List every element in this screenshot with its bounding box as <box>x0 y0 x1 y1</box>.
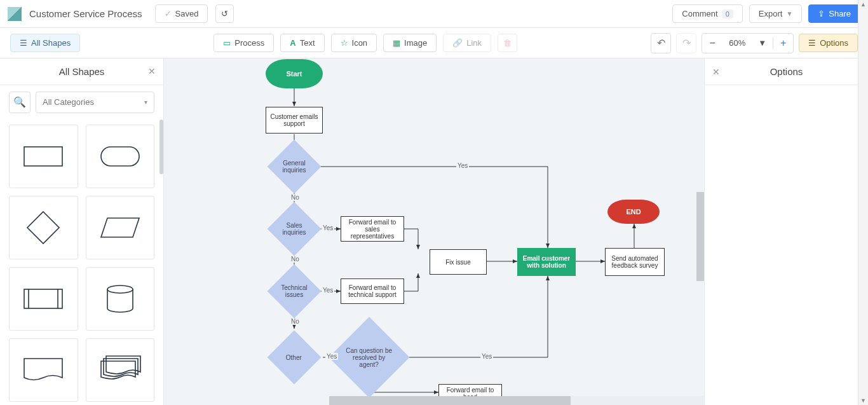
options-label: Options <box>820 38 848 48</box>
undo-button[interactable]: ↶ <box>651 33 671 53</box>
shape-multidoc[interactable] <box>86 338 155 402</box>
undo-icon: ↶ <box>657 37 665 49</box>
all-shapes-label: All Shapes <box>31 38 71 48</box>
share-icon: ⇪ <box>818 9 825 18</box>
link-label: Link <box>466 38 482 48</box>
close-options-panel[interactable]: ✕ <box>712 67 720 77</box>
edge-label: Yes <box>325 353 338 360</box>
node-technical-issues[interactable]: Technical issues <box>268 264 322 319</box>
chevron-down-icon: ▼ <box>752 38 773 48</box>
shape-predefined[interactable] <box>9 267 78 331</box>
process-label: Process <box>234 38 264 48</box>
shape-database[interactable] <box>86 267 155 331</box>
export-label: Export <box>759 9 783 18</box>
panel-scrollbar[interactable] <box>159 120 163 174</box>
svg-rect-0 <box>24 147 62 166</box>
insert-process-button[interactable]: ▭Process <box>214 34 274 52</box>
insert-text-button[interactable]: AText <box>280 34 324 52</box>
link-icon: 🔗 <box>452 38 463 48</box>
document-title: Customer Service Process <box>29 8 142 19</box>
redo-button[interactable]: ↷ <box>676 33 696 53</box>
share-button[interactable]: ⇪Share <box>808 4 860 23</box>
saved-label: Saved <box>175 9 199 18</box>
history-icon: ↺ <box>221 9 228 18</box>
close-shapes-panel[interactable]: ✕ <box>148 66 156 76</box>
shape-rounded[interactable] <box>86 125 155 188</box>
shape-parallelogram[interactable] <box>86 196 155 259</box>
star-icon: ☆ <box>341 38 348 48</box>
node-end[interactable]: END <box>607 200 660 224</box>
history-button[interactable]: ↺ <box>215 4 234 23</box>
options-button[interactable]: ☰Options <box>799 34 858 52</box>
chevron-down-icon: ▼ <box>786 10 792 17</box>
header-bar: Customer Service Process ✓Saved ↺ Commen… <box>0 0 868 28</box>
edge-label: Yes <box>480 353 493 360</box>
app-logo <box>8 7 22 21</box>
zoom-level[interactable]: 60% <box>722 38 752 48</box>
close-icon: ✕ <box>148 66 156 76</box>
shape-rectangle[interactable] <box>9 125 78 188</box>
insert-icon-button[interactable]: ☆Icon <box>331 34 377 52</box>
icon-label: Icon <box>352 38 368 48</box>
main-area: All Shapes ✕ 🔍 All Categories▾ <box>0 58 868 405</box>
svg-marker-3 <box>101 218 139 237</box>
text-icon: A <box>290 38 295 48</box>
sliders-icon: ☰ <box>808 38 816 48</box>
svg-rect-1 <box>101 147 139 166</box>
node-resolved-by-agent[interactable]: Can question be resolved by agent? <box>329 317 409 397</box>
process-icon: ▭ <box>223 38 231 48</box>
node-customer-emails[interactable]: Customer emails support <box>266 107 323 134</box>
insert-link-button[interactable]: 🔗Link <box>443 34 491 52</box>
canvas-horizontal-thumb[interactable] <box>329 396 571 405</box>
node-other[interactable]: Other <box>268 331 322 385</box>
zoom-control: − 60%▼ + <box>702 33 794 53</box>
shape-search-button[interactable]: 🔍 <box>9 92 31 113</box>
insert-image-button[interactable]: ▦Image <box>383 34 437 52</box>
share-label: Share <box>829 9 851 18</box>
check-icon: ✓ <box>165 9 172 18</box>
node-forward-tech[interactable]: Forward email to technical support <box>341 278 404 304</box>
node-email-solution[interactable]: Email customer with solution <box>517 248 576 276</box>
comment-label: Comment <box>682 9 717 18</box>
zoom-in-button[interactable]: + <box>773 38 793 49</box>
shapes-panel: All Shapes ✕ 🔍 All Categories▾ <box>0 58 164 405</box>
svg-marker-2 <box>27 212 59 244</box>
node-fix-issue[interactable]: Fix issue <box>430 249 487 275</box>
delete-button[interactable]: 🗑 <box>498 34 517 52</box>
node-send-survey[interactable]: Send automated feedback survey <box>605 248 665 276</box>
edge-label: Yes <box>322 224 334 231</box>
category-label: All Categories <box>43 97 94 107</box>
shapes-grid <box>0 120 163 405</box>
page-scrollbar[interactable] <box>858 0 868 405</box>
options-panel: ✕ Options <box>704 58 868 405</box>
zoom-out-button[interactable]: − <box>702 38 722 49</box>
node-start[interactable]: Start <box>266 59 323 88</box>
shapes-panel-title: All Shapes <box>59 66 105 77</box>
canvas-vertical-scrollbar[interactable] <box>695 58 704 396</box>
edge-label: No <box>290 194 301 201</box>
node-sales-inquiries[interactable]: Sales inquiries <box>268 202 322 256</box>
edge-label: No <box>290 318 301 325</box>
shape-document[interactable] <box>9 338 78 402</box>
image-icon: ▦ <box>393 38 400 48</box>
node-general-inquiries[interactable]: General inquiries <box>268 140 322 194</box>
svg-rect-4 <box>24 289 62 308</box>
node-forward-sales[interactable]: Forward email to sales representatives <box>341 216 404 242</box>
export-button[interactable]: Export▼ <box>749 4 802 23</box>
canvas[interactable]: Start Customer emails support General in… <box>164 58 704 405</box>
trash-icon: 🗑 <box>503 38 512 48</box>
comment-count-badge: 0 <box>722 10 733 18</box>
svg-point-7 <box>107 285 133 293</box>
shape-diamond[interactable] <box>9 196 78 259</box>
edge-label: No <box>290 256 301 263</box>
category-select[interactable]: All Categories▾ <box>36 92 154 113</box>
toolbar: ☰All Shapes ▭Process AText ☆Icon ▦Image … <box>0 28 868 58</box>
saved-status-button[interactable]: ✓Saved <box>155 4 208 23</box>
all-shapes-button[interactable]: ☰All Shapes <box>10 34 80 52</box>
close-icon: ✕ <box>712 67 720 77</box>
redo-icon: ↷ <box>682 37 691 49</box>
comment-button[interactable]: Comment0 <box>672 4 742 23</box>
menu-icon: ☰ <box>20 38 27 48</box>
search-icon: 🔍 <box>13 96 26 108</box>
chevron-down-icon: ▾ <box>144 99 147 106</box>
